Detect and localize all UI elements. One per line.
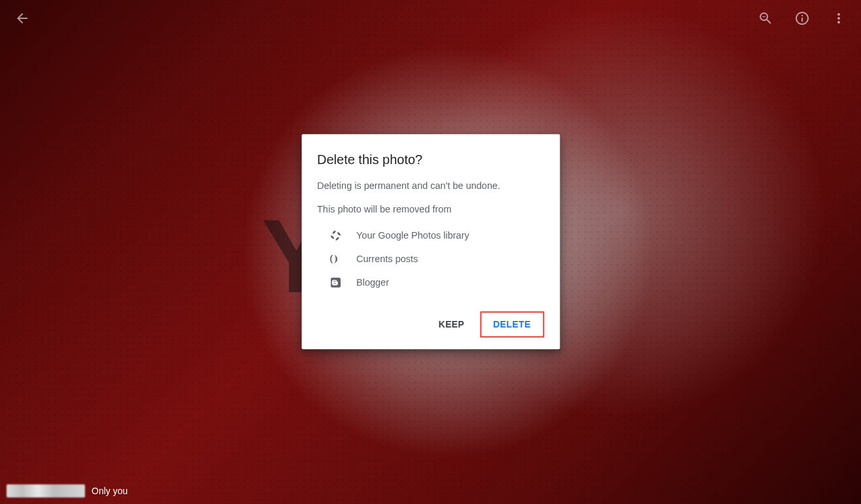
delete-button[interactable]: DELETE: [482, 314, 541, 335]
google-photos-icon: [329, 229, 342, 243]
removed-from-label: Your Google Photos library: [356, 231, 469, 241]
dialog-removed-from-label: This photo will be removed from: [317, 205, 544, 215]
dialog-warning: Deleting is permanent and can't be undon…: [317, 179, 544, 192]
photo-viewer-toolbar: [0, 0, 861, 37]
currents-icon: [329, 253, 342, 266]
delete-button-highlight: DELETE: [480, 312, 544, 338]
dialog-actions: KEEP DELETE: [317, 308, 544, 344]
removed-from-item: Currents posts: [317, 248, 544, 271]
zoom-out-button[interactable]: [756, 9, 775, 27]
owner-avatar-blurred: [7, 484, 85, 497]
more-vert-icon: [831, 10, 847, 26]
dialog-title: Delete this photo?: [317, 152, 544, 167]
removed-from-item: Blogger: [317, 271, 544, 295]
info-icon: [794, 10, 810, 26]
removed-from-item: Your Google Photos library: [317, 224, 544, 248]
keep-button[interactable]: KEEP: [428, 312, 475, 338]
visibility-label: Only you: [92, 486, 127, 496]
delete-photo-dialog: Delete this photo? Deleting is permanent…: [301, 134, 560, 349]
share-visibility-strip[interactable]: Only you: [0, 484, 127, 497]
removed-from-list: Your Google Photos library Currents post…: [317, 224, 544, 295]
removed-from-label: Currents posts: [356, 254, 418, 265]
more-options-button[interactable]: [830, 9, 848, 27]
blogger-icon: [329, 277, 342, 290]
removed-from-label: Blogger: [356, 278, 389, 288]
zoom-out-icon: [758, 10, 773, 26]
back-button[interactable]: [13, 9, 31, 27]
arrow-back-icon: [14, 10, 30, 26]
info-button[interactable]: [793, 9, 811, 27]
